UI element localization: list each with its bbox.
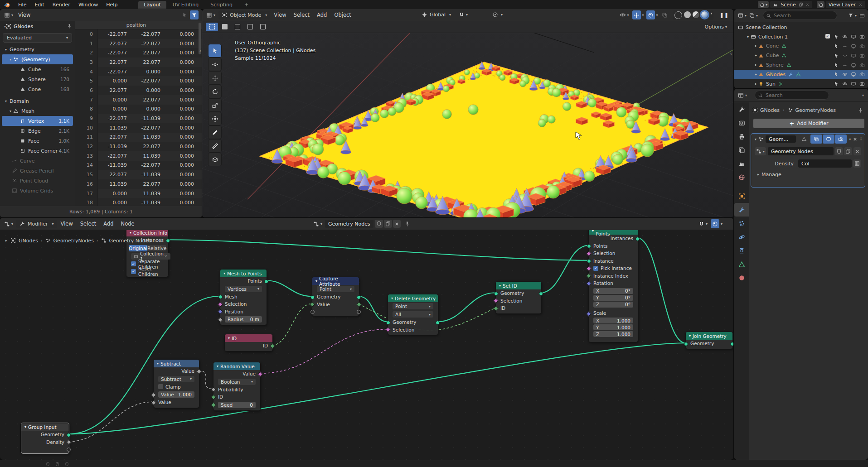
domain-item-grease-pencil[interactable]: Grease Pencil xyxy=(2,166,73,176)
outliner-row-cone[interactable]: ▾Cone xyxy=(734,42,868,51)
pause-button[interactable]: ❚❚ xyxy=(720,12,729,18)
new-collection-icon[interactable] xyxy=(858,11,866,20)
cam-toggle-icon[interactable] xyxy=(858,43,866,49)
modifier-expand-chevron[interactable]: ▾ xyxy=(755,137,756,141)
output-socket[interactable] xyxy=(357,295,361,299)
geometry-section-header[interactable]: ▾Geometry xyxy=(0,44,75,54)
mon-toggle-icon[interactable] xyxy=(849,34,858,39)
workspace-tab-uv-editing[interactable]: UV Editing xyxy=(167,1,204,9)
domain-mesh-header[interactable]: ▾Mesh xyxy=(2,106,73,116)
output-socket[interactable] xyxy=(166,239,170,243)
outliner-row-collection-1[interactable]: ▾Collection 1✓ xyxy=(734,32,868,42)
node-value-field[interactable]: Seed0 xyxy=(218,402,256,408)
modifier-drag-handle[interactable]: ⠿ xyxy=(859,137,863,141)
node-delete-geometry[interactable]: ▾Delete GeometryPoint▾All▾GeometrySelect… xyxy=(388,294,438,335)
geometry-item-cube[interactable]: Cube166 xyxy=(2,64,73,74)
add-workspace-tab[interactable]: + xyxy=(239,1,254,9)
properties-tab-wrench[interactable] xyxy=(734,102,749,116)
table-row[interactable]: 14-11.039-22.0770.000 xyxy=(75,161,202,170)
properties-tab-scn[interactable] xyxy=(734,157,749,170)
node-toggle-relative[interactable]: Relative xyxy=(147,245,166,251)
node-editor-menu-add[interactable]: Add xyxy=(100,221,117,227)
mode-dropdown[interactable]: Object Mode▾ xyxy=(218,11,270,19)
input-socket[interactable] xyxy=(494,292,498,296)
manage-expand-chevron[interactable]: ▾ xyxy=(756,173,760,175)
cursor-toggle-icon[interactable] xyxy=(832,63,840,68)
table-row[interactable]: 170.00011.0390.000 xyxy=(75,189,202,198)
node-vector-field[interactable]: X0° xyxy=(593,288,633,294)
output-socket[interactable] xyxy=(635,237,640,241)
eye-toggle-icon[interactable] xyxy=(840,72,849,77)
evaluated-dropdown[interactable]: Evaluated▾ xyxy=(3,33,72,43)
orientation-dropdown[interactable]: Global▾ xyxy=(422,10,451,19)
domain-item-face-corner[interactable]: Face Corner4.1K xyxy=(2,146,73,156)
render-checkbox[interactable]: ✓ xyxy=(823,34,832,39)
node-checkbox[interactable]: ✓ xyxy=(131,261,136,266)
properties-tab-parts[interactable] xyxy=(734,217,749,230)
outliner-row-gnodes[interactable]: ▾GNodes xyxy=(734,70,868,79)
fake-user-shield-icon[interactable] xyxy=(835,147,843,155)
modifier-edit-mode-toggle[interactable] xyxy=(798,135,810,144)
output-socket[interactable] xyxy=(730,342,733,346)
tool-move-button[interactable] xyxy=(209,72,221,84)
table-row[interactable]: 322.07722.0770.000 xyxy=(75,58,202,67)
viewport-menu-select[interactable]: Select xyxy=(290,12,313,18)
table-row[interactable]: 622.0770.0000.000 xyxy=(75,86,202,95)
extend-socket[interactable] xyxy=(67,448,71,452)
domain-section-header[interactable]: ▾Domain xyxy=(0,96,75,106)
node-set-id[interactable]: ▾Set IDGeometrySelectionID xyxy=(495,281,542,314)
table-row[interactable]: 1122.07711.0390.000 xyxy=(75,133,202,142)
mon-toggle-icon[interactable] xyxy=(849,81,858,87)
domain-item-curve[interactable]: Curve xyxy=(2,156,73,166)
gizmos-toggle-icon[interactable] xyxy=(632,10,641,19)
node-header[interactable]: ▾Join Geometry xyxy=(686,332,732,340)
output-socket[interactable] xyxy=(264,279,268,284)
outliner-funnel-icon[interactable]: ▾ xyxy=(847,11,858,20)
node-dropdown[interactable]: All▾ xyxy=(393,311,433,318)
tool-gizmo-button[interactable] xyxy=(209,112,221,125)
mon-toggle-icon[interactable] xyxy=(849,43,858,49)
node-random-value[interactable]: ▾Random ValueValueBoolean▾ProbabilityIDS… xyxy=(213,362,261,411)
domain-item-face[interactable]: Face1.0K xyxy=(2,136,73,146)
input-socket[interactable] xyxy=(684,342,688,346)
node-header[interactable]: ▾Capture Attribute xyxy=(312,277,359,285)
domain-item-volume-grids[interactable]: Volume Grids xyxy=(2,186,73,196)
outliner-filter-mode-icon[interactable]: ▾ xyxy=(748,11,759,20)
select-mode-4-icon[interactable] xyxy=(244,23,256,31)
properties-options-chevron[interactable]: ▾ xyxy=(859,91,865,100)
select-mode-2-icon[interactable] xyxy=(218,23,231,31)
density-attribute-field[interactable]: Col xyxy=(798,159,852,168)
pin-icon[interactable] xyxy=(858,107,863,113)
modifier-extras-chevron[interactable]: ▾ xyxy=(849,137,851,141)
viewport-editor-type-icon[interactable]: ▾ xyxy=(205,10,217,19)
node-value-field[interactable]: Radius0 m xyxy=(225,316,262,323)
node-editor-type-icon[interactable]: ▾ xyxy=(3,219,15,228)
table-row[interactable]: 70.00022.0770.000 xyxy=(75,95,202,105)
outliner-row-cube[interactable]: ▾Cube xyxy=(734,51,868,60)
node-editor-menu-select[interactable]: Select xyxy=(77,221,100,227)
proportional-editing-controls[interactable]: ▾ xyxy=(492,10,503,19)
unlink-node-tree-icon[interactable] xyxy=(393,220,401,228)
geometry-item-geometry[interactable]: ▾(Geometry) xyxy=(2,54,73,64)
add-modifier-button[interactable]: +Add Modifier xyxy=(753,119,864,128)
node-dropdown[interactable]: Subtract▾ xyxy=(158,376,194,382)
node-mesh-to-points[interactable]: ▾Mesh to PointsPointsVertices▾MeshSelect… xyxy=(220,269,267,325)
geometry-item-sphere[interactable]: Sphere170 xyxy=(2,74,73,84)
outliner-search[interactable] xyxy=(763,11,837,20)
topbar-menu-render[interactable]: Render xyxy=(48,2,74,8)
shader-type-dropdown[interactable]: Modifier▾ xyxy=(16,220,57,228)
tool-rot-button[interactable] xyxy=(209,85,221,98)
scene-browse-icon[interactable]: ▾ xyxy=(758,1,769,8)
outliner-display-mode-icon[interactable]: ▾ xyxy=(737,11,748,20)
extend-socket[interactable] xyxy=(357,310,361,314)
breadcrumb-geometrynodes[interactable]: GeometryNodes xyxy=(53,238,94,244)
breadcrumb-tree-name[interactable]: Geometry Nodes xyxy=(109,238,151,244)
node-dropdown[interactable]: Vertices▾ xyxy=(225,286,262,292)
node-vector-field[interactable]: Z1.000 xyxy=(593,331,633,337)
node-tree-browse-icon[interactable]: ▾ xyxy=(312,219,324,228)
table-row[interactable]: 4-22.0770.0000.000 xyxy=(75,67,202,77)
filter-funnel-button[interactable] xyxy=(190,10,199,19)
node-vector-field[interactable]: Y1.000 xyxy=(593,324,633,330)
workspace-tab-layout[interactable]: Layout xyxy=(138,1,166,9)
properties-tab-phys[interactable] xyxy=(734,230,749,244)
